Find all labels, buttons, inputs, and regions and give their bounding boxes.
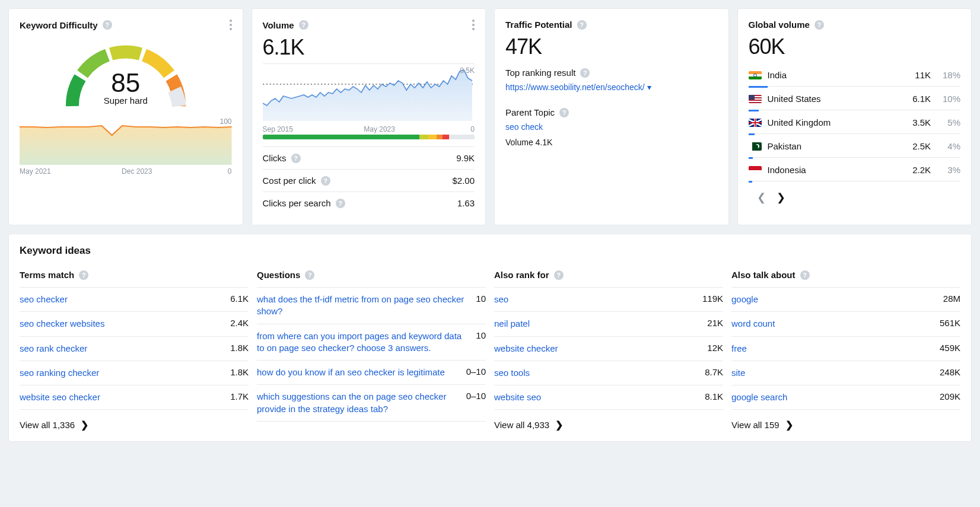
flag-icon [749, 95, 762, 103]
country-volume: 6.1K [895, 94, 931, 104]
country-volume: 11K [895, 70, 931, 80]
country-row[interactable]: India 11K 18% [749, 64, 961, 87]
ideas-col-title: Also rank for? [494, 270, 723, 288]
country-volume: 3.5K [895, 117, 931, 127]
next-icon[interactable]: ❯ [777, 191, 785, 204]
help-icon[interactable]: ? [554, 270, 564, 280]
help-icon[interactable]: ? [305, 270, 314, 280]
keyword-volume: 12K [707, 343, 723, 353]
country-percent: 4% [937, 141, 960, 151]
top-ranking-label: Top ranking result [505, 68, 575, 78]
help-icon[interactable]: ? [103, 20, 112, 30]
distribution-bar [263, 135, 475, 139]
card-global-volume: Global volume ? 60K India 11K 18% United… [737, 8, 972, 225]
keyword-link[interactable]: free [731, 343, 747, 355]
more-icon[interactable] [230, 20, 232, 30]
country-percent: 18% [937, 70, 960, 80]
country-volume: 2.5K [895, 141, 931, 151]
keyword-link[interactable]: site [731, 367, 745, 379]
keyword-row: what does the tf-idf metric from on page… [257, 288, 486, 324]
keyword-row: neil patel 21K [494, 312, 723, 336]
ideas-col-title: Also talk about? [731, 270, 960, 288]
keyword-link[interactable]: word count [731, 318, 775, 330]
keyword-link[interactable]: seo [494, 294, 508, 305]
ideas-title: Keyword ideas [20, 245, 960, 257]
parent-topic-link[interactable]: seo check [505, 122, 543, 132]
kd-value: 85 [104, 68, 148, 98]
keyword-link[interactable]: website seo [494, 391, 541, 403]
keyword-link[interactable]: google search [731, 391, 787, 403]
keyword-link[interactable]: google [731, 294, 758, 305]
keyword-link[interactable]: seo checker websites [20, 318, 104, 330]
keyword-link[interactable]: neil patel [494, 318, 530, 330]
volume-value: 6.1K [263, 35, 475, 60]
keyword-volume: 248K [940, 367, 960, 377]
keyword-link[interactable]: website seo checker [20, 391, 100, 403]
ideas-col-title: Questions? [257, 270, 486, 288]
keyword-volume: 209K [940, 391, 960, 401]
keyword-link[interactable]: how do you know if an seo checker is leg… [257, 366, 445, 378]
country-row[interactable]: Pakistan 2.5K 4% [749, 135, 961, 158]
keyword-link[interactable]: seo rank checker [20, 343, 87, 355]
view-all-link[interactable]: View all 4,933❯ [494, 419, 723, 431]
chevron-down-icon: ▾ [647, 82, 651, 92]
cpc-label: Cost per click [263, 176, 316, 186]
keyword-volume: 561K [940, 318, 960, 328]
keyword-volume: 2.4K [230, 318, 249, 328]
help-icon[interactable]: ? [79, 270, 88, 280]
help-icon[interactable]: ? [321, 176, 330, 186]
view-all-link[interactable]: View all 159❯ [731, 419, 960, 431]
help-icon[interactable]: ? [291, 154, 301, 163]
keyword-volume: 10 [476, 330, 486, 340]
help-icon[interactable]: ? [814, 20, 824, 30]
keyword-link[interactable]: seo checker [20, 294, 68, 305]
country-name: Indonesia [768, 165, 890, 175]
country-row[interactable]: United Kingdom 3.5K 5% [749, 111, 961, 134]
more-icon[interactable] [472, 20, 475, 30]
keyword-link[interactable]: what does the tf-idf metric from on page… [257, 294, 467, 318]
chevron-right-icon: ❯ [785, 419, 793, 431]
help-icon[interactable]: ? [559, 108, 569, 117]
country-name: United States [768, 94, 890, 104]
keyword-volume: 459K [940, 343, 960, 353]
keyword-volume: 1.8K [230, 343, 249, 353]
help-icon[interactable]: ? [577, 20, 587, 30]
cps-label: Clicks per search [263, 198, 331, 208]
help-icon[interactable]: ? [580, 68, 590, 78]
help-icon[interactable]: ? [800, 270, 810, 280]
kd-gauge: 85 Super hard [20, 35, 232, 106]
keyword-row: seo ranking checker 1.8K [20, 361, 249, 385]
keyword-link[interactable]: seo tools [494, 367, 530, 379]
keyword-row: which suggestions can the on page seo ch… [257, 385, 486, 422]
axis-zero: 0 [470, 125, 475, 133]
flag-icon [749, 119, 762, 127]
keyword-volume: 10 [476, 294, 486, 304]
keyword-link[interactable]: from where can you import pages and keyw… [257, 330, 467, 355]
traffic-title: Traffic Potential [505, 20, 572, 30]
help-icon[interactable]: ? [336, 199, 345, 208]
country-row[interactable]: United States 6.1K 10% [749, 88, 961, 110]
view-all-link[interactable]: View all 1,336❯ [20, 419, 249, 431]
country-row[interactable]: Indonesia 2.2K 3% [749, 159, 961, 181]
keyword-row: site 248K [731, 361, 960, 385]
axis-end: Dec 2023 [122, 167, 152, 176]
keyword-row: seo 119K [494, 288, 723, 312]
country-name: United Kingdom [768, 117, 890, 127]
card-keyword-difficulty: Keyword Difficulty ? 85 [8, 8, 243, 225]
kd-trend-chart: 100 May 2021 Dec 2023 0 [20, 117, 232, 176]
keyword-link[interactable]: website checker [494, 343, 558, 355]
keyword-row: google search 209K [731, 385, 960, 410]
keyword-volume: 119K [702, 294, 723, 304]
help-icon[interactable]: ? [299, 20, 308, 30]
top-ranking-link[interactable]: https://www.seobility.net/en/seocheck/ ▾ [505, 82, 651, 92]
keyword-volume: 1.7K [230, 391, 249, 401]
clicks-label: Clicks [263, 153, 287, 163]
keyword-link[interactable]: which suggestions can the on page seo ch… [257, 391, 458, 415]
keyword-volume: 28M [943, 294, 960, 304]
prev-icon[interactable]: ❮ [757, 191, 766, 204]
keyword-volume: 8.1K [705, 391, 723, 401]
card-volume: Volume ? 6.1K 8.5K Sep 2015 May 2023 0 [252, 8, 486, 225]
keyword-volume: 6.1K [230, 294, 249, 304]
chevron-right-icon: ❯ [81, 419, 88, 431]
keyword-link[interactable]: seo ranking checker [20, 367, 99, 379]
